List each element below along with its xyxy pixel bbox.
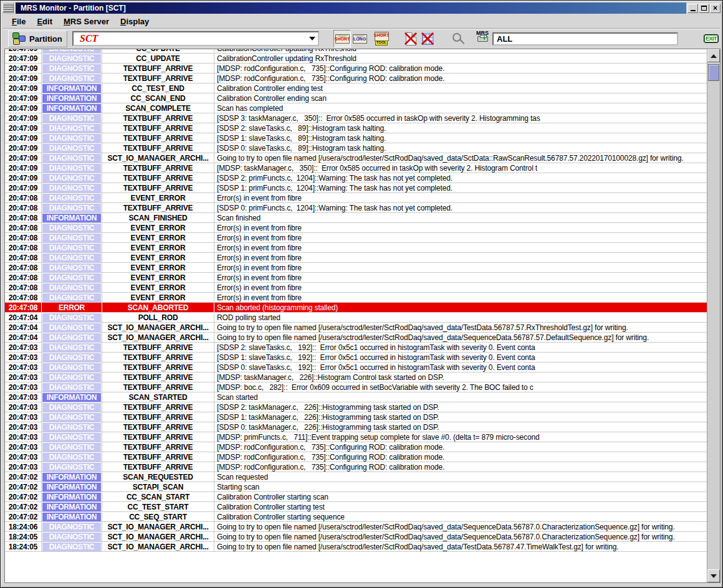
close-button[interactable]: × (710, 4, 721, 13)
printer-icon: + (477, 36, 488, 42)
table-row[interactable]: 18:24:06DIAGNOSTICSCT_IO_MANAGER_ARCHI..… (5, 522, 707, 532)
table-row[interactable]: 20:47:03DIAGNOSTICTEXTBUFF_ARRIVE[MDSP: … (5, 432, 707, 442)
table-row[interactable]: 20:47:09DIAGNOSTICTEXTBUFF_ARRIVE[SDSP 1… (5, 183, 707, 193)
table-row[interactable]: 20:47:08ERRORSCAN_ABORTEDScan aborted (h… (5, 303, 707, 313)
scroll-up-button[interactable] (707, 49, 720, 62)
table-row[interactable]: 20:47:08DIAGNOSTICEVENT_ERRORError(s) in… (5, 193, 707, 203)
scroll-down-button[interactable] (707, 569, 720, 582)
table-row[interactable]: 20:47:03DIAGNOSTICTEXTBUFF_ARRIVE[SDSP 0… (5, 363, 707, 372)
log-severity-cell: DIAGNOSTIC (42, 412, 102, 422)
clear-table-button[interactable] (419, 30, 436, 47)
table-row[interactable]: 20:47:03DIAGNOSTICTEXTBUFF_ARRIVE[MDSP: … (5, 462, 707, 472)
table-row[interactable]: 20:47:08DIAGNOSTICEVENT_ERRORError(s) in… (5, 263, 707, 273)
table-row[interactable]: 20:47:03DIAGNOSTICTEXTBUFF_ARRIVE[SDSP 1… (5, 353, 707, 363)
table-row[interactable]: 20:47:04DIAGNOSTICSCT_IO_MANAGER_ARCHI..… (5, 323, 707, 333)
severity-badge: DIAGNOSTIC (42, 333, 101, 342)
table-row[interactable]: 20:47:03DIAGNOSTICTEXTBUFF_ARRIVE[MDSP: … (5, 382, 707, 392)
exit-button[interactable]: EXIT (701, 31, 722, 47)
log-event-type: TEXTBUFF_ARRIVE (102, 353, 214, 363)
log-message: [SDSP 2: slaveTasks.c, 192]:: Error 0x5c… (214, 343, 707, 353)
table-row[interactable]: 20:47:09DIAGNOSTICSCT_IO_MANAGER_ARCHI..… (5, 153, 707, 163)
log-message: [MDSP: taskManager.c, 226]::Histogram Co… (214, 372, 707, 382)
menu-file[interactable]: File (6, 16, 31, 27)
table-row[interactable]: 20:47:09DIAGNOSTICTEXTBUFF_ARRIVE[SDSP 0… (5, 143, 707, 153)
log-timestamp: 20:47:09 (5, 93, 42, 103)
table-row[interactable]: 20:47:08DIAGNOSTICTEXTBUFF_ARRIVE[SDSP 0… (5, 203, 707, 213)
table-row[interactable]: 20:47:08DIAGNOSTICEVENT_ERRORError(s) in… (5, 243, 707, 253)
log-table: 20:47:09DIAGNOSTICCC_UPDATECalibrationCo… (5, 49, 707, 582)
log-severity-cell: DIAGNOSTIC (42, 193, 102, 203)
table-row[interactable]: 20:47:03DIAGNOSTICTEXTBUFF_ARRIVE[SDSP 1… (5, 412, 707, 422)
menu-edit[interactable]: Edit (31, 16, 58, 27)
long-message-button[interactable]: LONG (351, 30, 368, 47)
log-message: [SDSP 0: primFuncts.c, 1204]::Warning: T… (214, 203, 707, 213)
severity-badge: INFORMATION (42, 104, 101, 113)
window-menu-icon[interactable] (2, 3, 14, 13)
table-row[interactable]: 18:24:05DIAGNOSTICSCT_IO_MANAGER_ARCHI..… (5, 532, 707, 542)
mrs-filter-input[interactable] (492, 32, 678, 45)
log-severity-cell: DIAGNOSTIC (42, 432, 102, 442)
severity-badge: DIAGNOSTIC (42, 124, 101, 133)
table-row[interactable]: 20:47:09DIAGNOSTICTEXTBUFF_ARRIVE[MDSP: … (5, 74, 707, 83)
table-row[interactable]: 20:47:09DIAGNOSTICTEXTBUFF_ARRIVE[MDSP: … (5, 163, 707, 173)
table-row[interactable]: 20:47:09INFORMATIONCC_SCAN_ENDCalibratio… (5, 93, 707, 103)
table-row[interactable]: 20:47:03DIAGNOSTICTEXTBUFF_ARRIVE[SDSP 2… (5, 343, 707, 353)
severity-badge: DIAGNOSTIC (42, 293, 101, 302)
log-timestamp: 20:47:09 (5, 153, 42, 163)
table-row[interactable]: 20:47:03INFORMATIONSCAN_STARTEDScan star… (5, 392, 707, 402)
log-event-type: TEXTBUFF_ARRIVE (102, 163, 214, 173)
table-row[interactable]: 20:47:02INFORMATIONCC_SCAN_STARTCalibrat… (5, 492, 707, 502)
table-row[interactable]: 20:47:09DIAGNOSTICTEXTBUFF_ARRIVE[SDSP 1… (5, 133, 707, 143)
table-row[interactable]: 20:47:09INFORMATIONSCAN_COMPLETEScan has… (5, 103, 707, 113)
menu-display[interactable]: Display (115, 16, 155, 27)
table-row[interactable]: 20:47:09DIAGNOSTICCC_UPDATECalibrationCo… (5, 54, 707, 64)
table-row[interactable]: 20:47:08DIAGNOSTICEVENT_ERRORError(s) in… (5, 273, 707, 283)
mrs-subscribe-icon[interactable]: MRS + (472, 30, 492, 47)
minimize-button[interactable] (687, 4, 698, 13)
table-row[interactable]: 20:47:08DIAGNOSTICEVENT_ERRORError(s) in… (5, 223, 707, 233)
table-row[interactable]: 20:47:03DIAGNOSTICTEXTBUFF_ARRIVE[SDSP 0… (5, 422, 707, 432)
severity-badge: DIAGNOSTIC (42, 74, 101, 83)
table-row[interactable]: 20:47:09DIAGNOSTICTEXTBUFF_ARRIVE[SDSP 3… (5, 113, 707, 123)
partition-combobox[interactable]: SCT (72, 31, 319, 46)
table-row[interactable]: 20:47:04DIAGNOSTICSCT_IO_MANAGER_ARCHI..… (5, 333, 707, 343)
log-severity-cell: DIAGNOSTIC (42, 113, 102, 123)
vertical-scrollbar[interactable] (707, 49, 720, 582)
table-row[interactable]: 20:47:02INFORMATIONSCTAPI_SCANStarting s… (5, 482, 707, 492)
short-message-button[interactable]: SHORT (333, 30, 351, 47)
table-row[interactable]: 20:47:09INFORMATIONCC_TEST_ENDCalibratio… (5, 83, 707, 93)
table-row[interactable]: 20:47:09DIAGNOSTICCC_UPDATECalibrationCo… (5, 49, 707, 54)
severity-badge: DIAGNOSTIC (42, 174, 101, 183)
table-row[interactable]: 20:47:09DIAGNOSTICTEXTBUFF_ARRIVE[SDSP 2… (5, 123, 707, 133)
table-row[interactable]: 20:47:02INFORMATIONCC_TEST_STARTCalibrat… (5, 502, 707, 512)
maximize-button[interactable] (699, 4, 709, 13)
chevron-down-icon[interactable] (307, 32, 318, 45)
search-icon (452, 33, 461, 42)
search-button[interactable] (446, 30, 464, 47)
table-row[interactable]: 20:47:08DIAGNOSTICEVENT_ERRORError(s) in… (5, 283, 707, 293)
table-row[interactable]: 18:24:05DIAGNOSTICSCT_IO_MANAGER_ARCHI..… (5, 542, 707, 552)
menu-mrs-server[interactable]: MRS Server (58, 16, 115, 27)
scrollbar-track[interactable] (707, 62, 720, 569)
table-row[interactable]: 20:47:03DIAGNOSTICTEXTBUFF_ARRIVE[MDSP: … (5, 372, 707, 382)
table-row[interactable]: 20:47:03DIAGNOSTICTEXTBUFF_ARRIVE[MDSP: … (5, 452, 707, 462)
table-row[interactable]: 20:47:03DIAGNOSTICTEXTBUFF_ARRIVE[SDSP 2… (5, 402, 707, 412)
scrollbar-thumb[interactable] (708, 64, 719, 81)
clear-messages-button[interactable] (402, 30, 419, 47)
severity-badge: DIAGNOSTIC (42, 433, 101, 442)
table-row[interactable]: 20:47:08DIAGNOSTICEVENT_ERRORError(s) in… (5, 233, 707, 243)
table-row[interactable]: 20:47:09DIAGNOSTICTEXTBUFF_ARRIVE[MDSP: … (5, 64, 707, 74)
log-timestamp: 20:47:03 (5, 442, 42, 452)
log-message: [SDSP 2: taskManager.c, 226]::Histogramm… (214, 402, 707, 412)
table-row[interactable]: 20:47:08DIAGNOSTICEVENT_ERRORError(s) in… (5, 253, 707, 263)
short-tool-button[interactable]: SHORT TOOL (373, 30, 390, 47)
table-row[interactable]: 20:47:03DIAGNOSTICTEXTBUFF_ARRIVE[MDSP: … (5, 442, 707, 452)
table-row[interactable]: 20:47:02INFORMATIONSCAN_REQUESTEDScan re… (5, 472, 707, 482)
table-row[interactable]: 20:47:02INFORMATIONCC_SEQ_STARTCalibrati… (5, 512, 707, 522)
log-severity-cell: DIAGNOSTIC (42, 123, 102, 133)
log-severity-cell: DIAGNOSTIC (42, 54, 102, 64)
table-row[interactable]: 20:47:09DIAGNOSTICTEXTBUFF_ARRIVE[SDSP 2… (5, 173, 707, 183)
table-row[interactable]: 20:47:08INFORMATIONSCAN_FINISHEDScan fin… (5, 213, 707, 223)
table-row[interactable]: 20:47:08DIAGNOSTICEVENT_ERRORError(s) in… (5, 293, 707, 303)
table-row[interactable]: 20:47:04DIAGNOSTICPOLL_RODROD polling st… (5, 313, 707, 323)
